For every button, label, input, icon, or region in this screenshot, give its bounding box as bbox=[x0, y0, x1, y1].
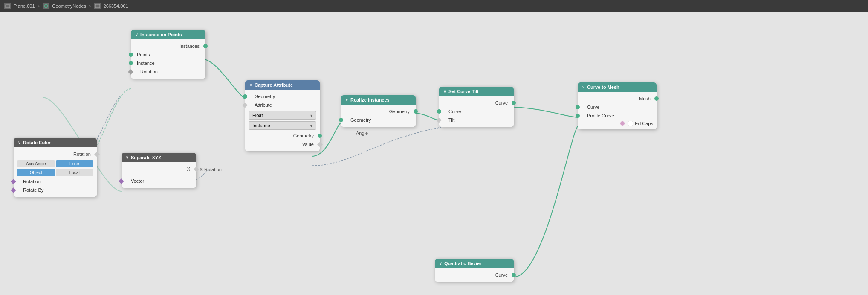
capture-attribute-node: ∨ Capture Attribute Geometry Attribute F… bbox=[245, 80, 320, 151]
x-output-socket[interactable] bbox=[194, 166, 199, 172]
ca-float-dropdown[interactable]: Float bbox=[249, 111, 316, 120]
ctm-profile-curve-socket[interactable] bbox=[576, 114, 580, 118]
sct-curve-input-row: Curve bbox=[439, 107, 514, 116]
angle-label: Angle bbox=[356, 131, 368, 136]
separate-xyz-header: ∨ Separate XYZ bbox=[122, 153, 196, 162]
capture-attribute-body: Geometry Attribute Float Instance Geomet… bbox=[245, 90, 320, 151]
realize-instances-header: ∨ Realize Instances bbox=[341, 95, 416, 105]
sct-tilt-socket[interactable] bbox=[436, 117, 442, 123]
rotate-euler-node: ∨ Rotate Euler Rotation Axis Angle Euler… bbox=[14, 138, 97, 197]
ca-attribute-input-row: Attribute bbox=[245, 101, 320, 109]
curve-to-mesh-body: Mesh Curve Profile Curve Fill Caps bbox=[578, 92, 657, 129]
instance-on-points-body: Instances Points Instance Rotation bbox=[131, 39, 205, 79]
instance-on-points-node: ∨ Instance on Points Instances Points In… bbox=[131, 30, 205, 79]
object-btn[interactable]: Object bbox=[17, 169, 55, 176]
quadratic-bezier-body: Curve bbox=[435, 268, 514, 282]
x-output-row: X bbox=[122, 165, 196, 173]
ctm-curve-input-row: Curve bbox=[578, 103, 657, 111]
ctm-profile-curve-row: Profile Curve bbox=[578, 111, 657, 120]
instances-output-row: Instances bbox=[131, 42, 205, 50]
ca-value-output-row: Value bbox=[245, 140, 320, 149]
re-rotateby-row: Rotate By bbox=[14, 186, 97, 194]
instance-socket[interactable] bbox=[129, 61, 133, 65]
svg-rect-0 bbox=[6, 5, 10, 8]
ca-geometry-output-row: Geometry bbox=[245, 131, 320, 140]
ca-attribute-socket[interactable] bbox=[242, 102, 248, 108]
realize-instances-node: ∨ Realize Instances Geometry Geometry bbox=[341, 95, 416, 127]
re-rotation-socket[interactable] bbox=[94, 152, 100, 157]
ctm-curve-in-socket[interactable] bbox=[576, 105, 580, 109]
ca-geometry-in-socket[interactable] bbox=[243, 94, 247, 99]
svg-rect-3 bbox=[95, 4, 100, 8]
set-curve-tilt-body: Curve Curve Tilt bbox=[439, 96, 514, 127]
ctm-mesh-out-socket[interactable] bbox=[654, 96, 659, 101]
capture-attribute-header: ∨ Capture Attribute bbox=[245, 80, 320, 90]
re-buttons-row1: Axis Angle Euler bbox=[17, 160, 93, 167]
set-curve-tilt-node: ∨ Set Curve Tilt Curve Curve Tilt bbox=[439, 87, 514, 127]
sep1: > bbox=[38, 3, 40, 9]
svg-point-2 bbox=[44, 4, 48, 8]
id-label: 266354.001 bbox=[104, 3, 128, 9]
vector-input-row: Vector bbox=[122, 177, 196, 185]
curve-to-mesh-node: ∨ Curve to Mesh Mesh Curve Profile Curve bbox=[578, 82, 657, 129]
ca-instance-dropdown[interactable]: Instance bbox=[249, 121, 316, 130]
local-btn[interactable]: Local bbox=[56, 169, 94, 176]
re-rotateby-socket[interactable] bbox=[11, 187, 16, 193]
rotate-euler-body: Rotation Axis Angle Euler Object Local R… bbox=[14, 147, 97, 197]
quadratic-bezier-header: ∨ Quadratic Bezier bbox=[435, 259, 514, 268]
ri-geometry-in-socket[interactable] bbox=[339, 118, 343, 122]
node-canvas[interactable]: ∨ Instance on Points Instances Points In… bbox=[0, 12, 868, 295]
rotate-euler-header: ∨ Rotate Euler bbox=[14, 138, 97, 147]
re-buttons-row2: Object Local bbox=[17, 169, 93, 176]
quadratic-bezier-node: ∨ Quadratic Bezier Curve bbox=[435, 259, 514, 282]
sct-tilt-row: Tilt bbox=[439, 116, 514, 124]
ri-geometry-input-row: Geometry bbox=[341, 116, 416, 124]
sct-curve-in-socket[interactable] bbox=[437, 109, 441, 114]
re-rotation-input-row: Rotation bbox=[14, 177, 97, 186]
points-socket[interactable] bbox=[129, 53, 133, 57]
ri-geometry-output-row: Geometry bbox=[341, 107, 416, 116]
points-input-row: Points bbox=[131, 50, 205, 59]
top-bar: Plane.001 > GeometryNodes > 266354.001 bbox=[0, 0, 868, 12]
realize-instances-body: Geometry Geometry bbox=[341, 105, 416, 127]
separate-xyz-node: ∨ Separate XYZ X Vector bbox=[122, 153, 196, 188]
ctm-fill-caps-row: Fill Caps bbox=[578, 120, 657, 127]
ctm-fill-caps-socket[interactable] bbox=[620, 121, 625, 126]
plane-label: Plane.001 bbox=[14, 3, 35, 9]
curve-to-mesh-header: ∨ Curve to Mesh bbox=[578, 82, 657, 92]
sep2: > bbox=[89, 3, 91, 9]
ca-value-socket[interactable] bbox=[317, 142, 323, 147]
instance-input-row: Instance bbox=[131, 59, 205, 67]
instance-on-points-header: ∨ Instance on Points bbox=[131, 30, 205, 39]
ctm-fill-caps-checkbox[interactable] bbox=[628, 121, 633, 126]
ctm-mesh-output-row: Mesh bbox=[578, 94, 657, 103]
sct-curve-out-socket[interactable] bbox=[512, 101, 516, 105]
id-icon bbox=[94, 3, 101, 9]
rotation-input-row: Rotation bbox=[131, 67, 205, 76]
qb-curve-output-row: Curve bbox=[435, 271, 514, 279]
vector-socket[interactable] bbox=[119, 178, 124, 184]
x-rotation-label: X-Rotation bbox=[200, 167, 222, 172]
instances-output-socket[interactable] bbox=[203, 44, 208, 48]
rotation-socket[interactable] bbox=[128, 69, 133, 75]
ri-geometry-out-socket[interactable] bbox=[414, 109, 418, 114]
axis-angle-btn[interactable]: Axis Angle bbox=[17, 160, 55, 167]
re-rotation-in-socket[interactable] bbox=[11, 179, 16, 184]
set-curve-tilt-header: ∨ Set Curve Tilt bbox=[439, 87, 514, 96]
geometry-nodes-label: GeometryNodes bbox=[52, 3, 86, 9]
sct-curve-output-row: Curve bbox=[439, 99, 514, 107]
ca-geometry-input-row: Geometry bbox=[245, 92, 320, 101]
geometry-nodes-icon bbox=[43, 3, 49, 9]
ca-geometry-out-socket[interactable] bbox=[318, 134, 322, 138]
separate-xyz-body: X Vector bbox=[122, 162, 196, 188]
qb-curve-out-socket[interactable] bbox=[512, 273, 516, 277]
plane-icon bbox=[4, 3, 11, 9]
euler-btn[interactable]: Euler bbox=[56, 160, 94, 167]
re-rotation-output-row: Rotation bbox=[14, 150, 97, 158]
